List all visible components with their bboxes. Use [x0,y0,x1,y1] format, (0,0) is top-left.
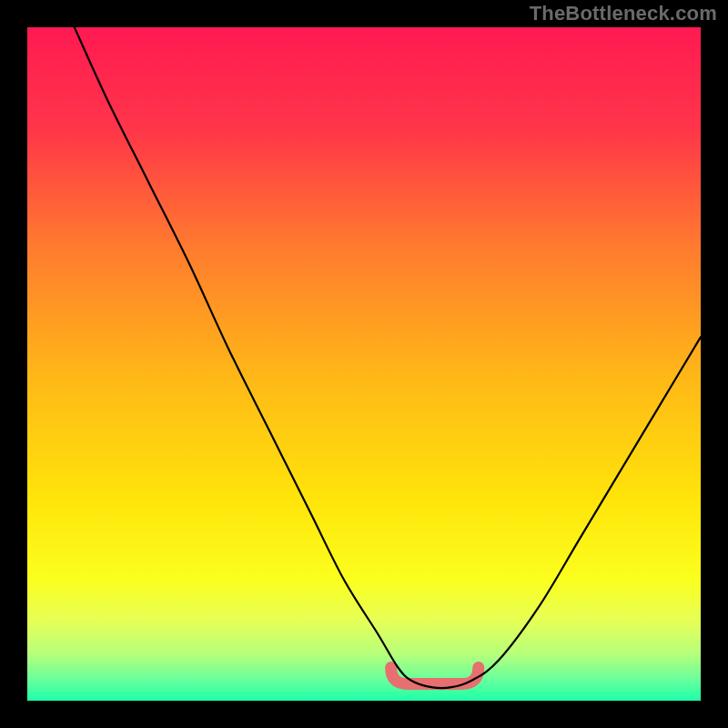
curve-layer [27,27,701,701]
bottleneck-curve [75,27,701,688]
plot-area [27,27,701,701]
chart-frame: TheBottleneck.com [0,0,728,728]
watermark-text: TheBottleneck.com [530,2,717,25]
